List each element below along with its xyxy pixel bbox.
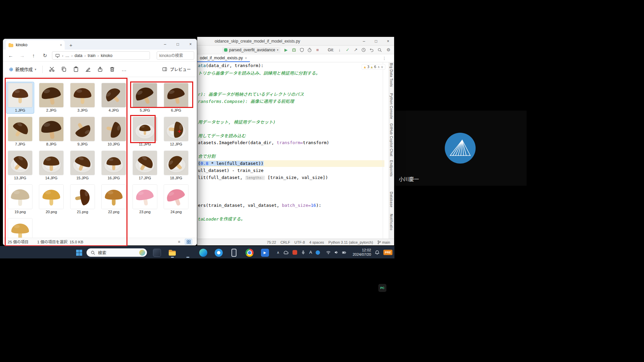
breadcrumb-collapsed[interactable]: …	[65, 53, 69, 58]
code-editor[interactable]: ata(data_dir, transform):トリから画像データを読み込み、…	[197, 62, 394, 239]
file-item[interactable]: 18.JPG	[162, 149, 190, 181]
quick-settings[interactable]	[324, 249, 349, 256]
start-button[interactable]	[75, 249, 83, 257]
file-item[interactable]: 3.JPG	[68, 82, 97, 114]
tool-window-button-python-console[interactable]: Python Console	[389, 93, 393, 119]
up-button[interactable]: ↑	[29, 53, 39, 58]
thumbnail-view-icon[interactable]	[185, 239, 192, 245]
python-interpreter[interactable]: Python 3.11 (alice_pytorch)	[328, 240, 373, 244]
explorer-tab[interactable]: kinoko ×	[6, 40, 65, 50]
file-item[interactable]: 2.JPG	[37, 82, 65, 114]
explorer-minimize-button[interactable]: –	[159, 39, 171, 50]
pycharm-maximize-button[interactable]: □	[370, 39, 382, 44]
tab-options-icon[interactable]: …	[383, 56, 387, 61]
ime-indicator[interactable]: A	[309, 250, 312, 255]
editor-tab[interactable]: odel_if_model_exists.py ×	[197, 54, 250, 62]
explorer-tab-close-icon[interactable]: ×	[60, 43, 62, 47]
rename-button[interactable]	[82, 64, 94, 75]
file-item[interactable]: 20.png	[37, 183, 65, 215]
search-input[interactable]	[157, 51, 194, 60]
file-item[interactable]: 17.JPG	[131, 149, 159, 181]
run-button[interactable]: ▶	[283, 48, 288, 52]
file-item[interactable]: 19.png	[6, 183, 34, 215]
taskbar-app-explorer[interactable]	[166, 247, 179, 258]
git-branch[interactable]: main	[377, 240, 390, 244]
file-item[interactable]: 12.JPG	[162, 116, 190, 147]
breadcrumb-data[interactable]: data	[74, 53, 82, 58]
share-button[interactable]	[94, 64, 106, 75]
pycharm-close-button[interactable]: ×	[382, 39, 394, 44]
tool-window-button-database[interactable]: Database	[389, 192, 393, 207]
tray-chevron-icon[interactable]: ∧	[277, 250, 279, 255]
forward-button[interactable]: →	[17, 53, 27, 58]
stop-button[interactable]: ■	[315, 47, 320, 52]
prev-issue-icon[interactable]: ∧	[378, 65, 380, 69]
file-item[interactable]: 9.JPG	[68, 116, 97, 147]
file-item[interactable]: 6.JPG	[162, 82, 190, 114]
indent-setting[interactable]: 4 spaces	[309, 240, 324, 244]
delete-button[interactable]	[106, 64, 118, 75]
file-item[interactable]: 10.JPG	[100, 116, 128, 147]
tool-window-button-notificatio[interactable]: Notificatio	[389, 214, 393, 230]
file-item[interactable]: 14.JPG	[37, 149, 65, 181]
details-view-icon[interactable]: ≡	[175, 239, 183, 245]
preview-toggle[interactable]: プレビュー	[159, 64, 194, 74]
file-item[interactable]: 8.JPG	[37, 116, 65, 147]
settings-gear-icon[interactable]: ⚙	[385, 47, 391, 52]
breadcrumb[interactable]: › … › data › train › kinoko	[52, 51, 150, 60]
git-push-button[interactable]: ↗	[353, 47, 358, 52]
search-everywhere-icon[interactable]	[377, 48, 382, 52]
breadcrumb-train[interactable]: train	[88, 53, 95, 58]
file-item[interactable]: 15.JPG	[68, 149, 97, 181]
refresh-button[interactable]: ↻	[40, 53, 50, 59]
tray-app-icon[interactable]	[292, 250, 297, 255]
pycharm-titlebar[interactable]: oidance_skip_create_model_if_model_exist…	[197, 37, 394, 46]
tool-window-button-big-data-tools[interactable]: Big Data Tools	[389, 63, 393, 87]
file-item[interactable]	[6, 217, 34, 238]
profiler-button[interactable]	[307, 48, 312, 52]
taskbar-search[interactable]: 検索	[87, 248, 147, 257]
explorer-close-button[interactable]: ×	[184, 39, 197, 50]
file-item[interactable]: 7.JPG	[6, 116, 34, 147]
tool-window-button-github-copilot-chat[interactable]: GitHub Copilot Chat	[389, 123, 393, 156]
file-item[interactable]: 11.JPG	[131, 116, 159, 147]
taskbar-app-pycharm[interactable]: PC	[181, 247, 194, 258]
taskbar-app-phone[interactable]	[227, 247, 240, 258]
breadcrumb-kinoko[interactable]: kinoko	[101, 53, 112, 58]
file-item[interactable]: 23.png	[131, 183, 159, 215]
taskbar-app-chrome[interactable]	[243, 247, 256, 258]
pycharm-minimize-button[interactable]: –	[358, 39, 370, 44]
undo-icon[interactable]	[369, 48, 374, 52]
explorer-maximize-button[interactable]: □	[171, 39, 184, 50]
file-item[interactable]: 4.JPG	[100, 82, 128, 114]
file-item[interactable]: 5.JPG	[131, 82, 159, 114]
notification-bell-icon[interactable]	[375, 250, 380, 255]
git-update-button[interactable]: ↓	[337, 47, 342, 52]
new-item-button[interactable]: ⊕ 新規作成 ▾	[6, 64, 39, 74]
tray-dot-icon[interactable]	[316, 250, 320, 255]
debug-button[interactable]	[291, 47, 297, 52]
cut-button[interactable]	[46, 64, 57, 75]
file-item[interactable]: 22.png	[100, 183, 128, 215]
line-ending[interactable]: CRLF	[280, 240, 290, 244]
taskbar-clock[interactable]: 12:02 2024/07/20	[353, 248, 371, 257]
taskbar-app-widgets[interactable]	[150, 247, 163, 258]
caret-position[interactable]: 75:22	[267, 240, 276, 244]
file-encoding[interactable]: UTF-8	[294, 240, 305, 244]
file-item[interactable]: 21.png	[68, 183, 97, 215]
taskbar-app-edge[interactable]	[197, 247, 210, 258]
file-item[interactable]: 16.JPG	[100, 149, 128, 181]
git-commit-button[interactable]: ✓	[345, 47, 350, 52]
back-button[interactable]: ←	[6, 53, 16, 58]
taskbar-app-media[interactable]: ▶	[258, 247, 271, 258]
local-history-icon[interactable]	[361, 48, 366, 52]
tool-window-button-endpoints[interactable]: Endpoints	[389, 160, 393, 177]
run-config-dropdown[interactable]: parsed_overfit_avoidance ▾	[222, 47, 280, 53]
tab-close-icon[interactable]: ×	[245, 56, 247, 60]
coverage-button[interactable]	[300, 48, 304, 52]
file-item[interactable]: 13.JPG	[6, 149, 34, 181]
copy-button[interactable]	[58, 64, 69, 75]
new-tab-button[interactable]: +	[69, 42, 72, 48]
inspections-widget[interactable]: ▲3 ▲6 ∧ ∨	[362, 64, 385, 70]
file-item[interactable]: 24.png	[162, 183, 190, 215]
